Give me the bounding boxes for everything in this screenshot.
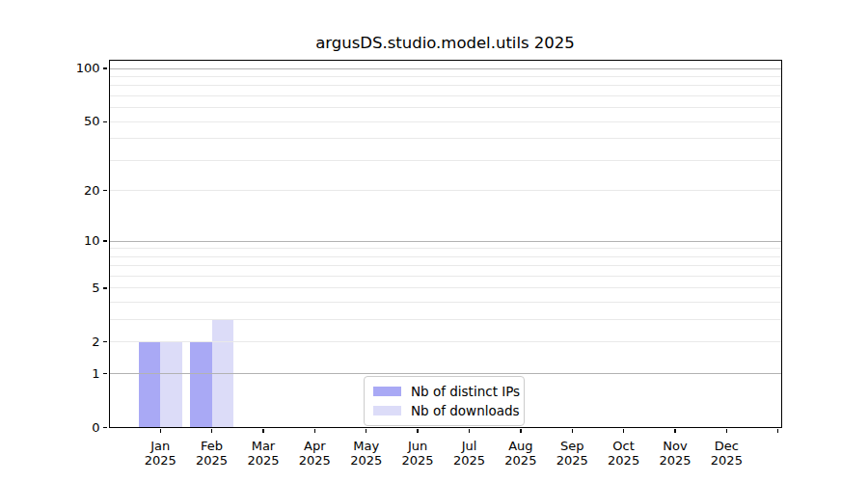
x-tick-mark-dec <box>726 429 727 434</box>
x-tick-label-dec: Dec2025 <box>695 439 757 469</box>
legend: Nb of distinct IPs Nb of downloads <box>364 376 525 426</box>
y-tick-label-100: 100 <box>42 61 100 76</box>
x-tick-mark-may <box>366 429 366 434</box>
y-tick-mark-100 <box>103 67 108 68</box>
legend-label-distinct-ips: Nb of distinct IPs <box>411 384 520 399</box>
y-tick-mark-20 <box>103 190 108 191</box>
y-tick-mark-10 <box>103 240 108 241</box>
legend-swatch-downloads <box>373 406 401 416</box>
y-tick-mark-50 <box>103 121 108 122</box>
y-tick-label-2: 2 <box>42 335 100 350</box>
y-tick-mark-2 <box>103 341 108 342</box>
legend-label-downloads: Nb of downloads <box>411 403 520 418</box>
x-tick-mark-feb <box>211 429 212 434</box>
y-tick-label-1: 1 <box>42 366 100 382</box>
y-tick-label-5: 5 <box>42 281 100 296</box>
legend-row-distinct-ips: Nb of distinct IPs <box>373 384 514 399</box>
x-tick-mark-jun <box>417 429 418 434</box>
y-tick-label-0: 0 <box>42 420 100 436</box>
x-tick-mark-mar <box>262 429 263 434</box>
plot-area-border <box>109 60 783 428</box>
x-tick-mark-nov <box>674 429 675 434</box>
x-tick-mark-end <box>777 429 778 434</box>
legend-row-downloads: Nb of downloads <box>373 403 514 418</box>
x-tick-mark-oct <box>623 429 624 434</box>
chart-figure: argusDS.studio.model.utils 2025 01251020… <box>0 0 868 482</box>
y-tick-mark-1 <box>103 373 108 374</box>
chart-title: argusDS.studio.model.utils 2025 <box>108 34 782 52</box>
x-tick-mark-apr <box>314 429 315 434</box>
x-tick-mark-sep <box>572 429 573 434</box>
x-tick-mark-jan <box>160 429 161 434</box>
legend-swatch-distinct-ips <box>373 387 401 397</box>
y-tick-label-20: 20 <box>42 183 100 199</box>
y-tick-label-50: 50 <box>42 114 100 129</box>
y-tick-label-10: 10 <box>42 233 100 249</box>
y-tick-mark-0 <box>103 427 108 428</box>
x-tick-mark-jul <box>469 429 470 434</box>
y-tick-mark-5 <box>103 287 108 288</box>
x-tick-mark-aug <box>520 429 521 434</box>
